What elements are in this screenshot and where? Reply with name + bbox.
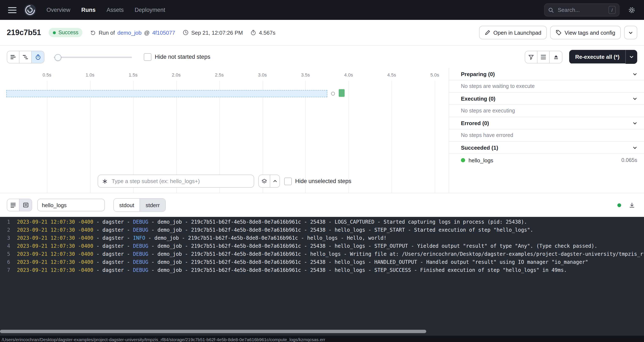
raw-log-view-button[interactable] xyxy=(20,199,32,211)
panel-empty-message: No steps are executing xyxy=(449,105,644,117)
rows-icon xyxy=(540,54,546,60)
pencil-icon xyxy=(484,30,490,36)
scrollbar-thumb[interactable] xyxy=(0,330,426,333)
scroll-to-top-button[interactable] xyxy=(550,51,562,63)
panel-step-row-hello-logs[interactable]: hello_logs 0.065s xyxy=(449,154,644,166)
gantt-toolbar: Hide not started steps xyxy=(0,46,644,68)
flat-view-icon xyxy=(10,54,16,60)
settings-gear-icon[interactable] xyxy=(626,4,637,16)
download-log-button[interactable] xyxy=(626,200,637,210)
global-search[interactable]: / xyxy=(544,4,620,16)
collapse-query-button[interactable] xyxy=(270,175,280,187)
log-step-filter-input[interactable] xyxy=(37,199,105,211)
status-dot-icon xyxy=(53,31,56,34)
panel-section-executing[interactable]: Executing (0) xyxy=(449,92,644,105)
graph-query-toggle-group xyxy=(258,174,280,188)
log-line-text: 2023-09-21 12:07:30 -0400 - dagster - DE… xyxy=(17,226,533,234)
log-line: 42023-09-21 12:07:30 -0400 - dagster - D… xyxy=(0,242,644,250)
log-line: 22023-09-21 12:07:30 -0400 - dagster - D… xyxy=(0,226,644,234)
waterfall-view-button[interactable] xyxy=(20,51,32,63)
panel-section-title: Succeeded (1) xyxy=(461,144,632,151)
panel-section-preparing[interactable]: Preparing (0) xyxy=(449,68,644,80)
rows-button[interactable] xyxy=(538,51,550,63)
status-dot-success xyxy=(461,158,465,162)
top-nav: Overview Runs Assets Deployment / xyxy=(0,0,644,20)
axis-gridline xyxy=(435,81,435,193)
at-separator: @ xyxy=(144,30,150,36)
step-name: hello_logs xyxy=(468,157,493,164)
axis-tick-label: 4.0s xyxy=(344,72,353,77)
hide-not-started-checkbox[interactable] xyxy=(144,53,152,61)
hide-not-started-label: Hide not started steps xyxy=(155,54,210,60)
panel-section-title: Errored (0) xyxy=(461,120,632,126)
horizontal-scrollbar[interactable] xyxy=(0,330,644,333)
panel-empty-message: No steps are waiting to execute xyxy=(449,80,644,92)
axis-tick-label: 3.0s xyxy=(258,72,267,77)
dagster-logo-icon[interactable] xyxy=(24,4,36,16)
step-subset-field[interactable] xyxy=(98,174,254,188)
document-icon xyxy=(22,202,28,208)
log-line-number: 7 xyxy=(0,266,10,274)
nav-assets[interactable]: Assets xyxy=(106,7,124,13)
job-name-link[interactable]: demo_job xyxy=(117,30,142,36)
panel-section-title: Executing (0) xyxy=(461,95,632,102)
nav-runs[interactable]: Runs xyxy=(82,7,96,13)
axis-gridline xyxy=(47,81,47,193)
log-line: 52023-09-21 12:07:30 -0400 - dagster - D… xyxy=(0,250,644,258)
chevron-down-icon xyxy=(632,121,637,125)
axis-tick-label: 2.5s xyxy=(215,72,224,77)
axis-tick-label: 0.5s xyxy=(42,72,52,77)
flat-view-button[interactable] xyxy=(7,51,20,63)
layers-button[interactable] xyxy=(259,175,270,187)
snapshot-id-link[interactable]: 4f105077 xyxy=(152,30,175,36)
run-status-panel: Preparing (0) No steps are waiting to ex… xyxy=(449,68,644,193)
hide-not-started-control: Hide not started steps xyxy=(144,53,210,61)
step-subset-input[interactable] xyxy=(111,178,250,185)
chevron-down-icon xyxy=(632,72,637,76)
run-timestamp-meta: Sep 21, 12:07:26 PM xyxy=(183,30,243,36)
axis-gridline xyxy=(392,81,392,193)
run-more-actions-button[interactable] xyxy=(624,26,637,39)
timed-view-button[interactable] xyxy=(32,51,44,63)
nav-overview[interactable]: Overview xyxy=(46,7,70,13)
slider-track[interactable] xyxy=(54,56,132,58)
tag-icon xyxy=(556,30,562,36)
panel-section-errored[interactable]: Errored (0) xyxy=(449,117,644,129)
open-in-launchpad-button[interactable]: Open in Launchpad xyxy=(479,26,547,39)
log-viewer[interactable]: 12023-09-21 12:07:30 -0400 - dagster - D… xyxy=(0,217,644,336)
gantt-zoom-slider[interactable] xyxy=(54,51,132,63)
hide-unselected-checkbox[interactable] xyxy=(284,177,292,185)
gantt-waiting-bar[interactable] xyxy=(6,90,327,97)
log-line-number: 3 xyxy=(0,234,10,242)
list-icon xyxy=(10,202,16,208)
reexecute-options-button[interactable] xyxy=(626,50,637,64)
slider-handle[interactable] xyxy=(54,54,61,61)
nav-deployment[interactable]: Deployment xyxy=(135,7,165,13)
history-icon xyxy=(90,30,96,36)
gantt-step-bar-hello-logs[interactable] xyxy=(339,89,344,97)
stdout-tab[interactable]: stdout xyxy=(114,199,140,211)
status-label: Success xyxy=(58,30,78,36)
structured-log-view-button[interactable] xyxy=(7,199,20,211)
log-line: 12023-09-21 12:07:30 -0400 - dagster - D… xyxy=(0,218,644,226)
log-line-number: 1 xyxy=(0,218,10,226)
search-shortcut-hint: / xyxy=(608,6,616,14)
log-line-text: 2023-09-21 12:07:30 -0400 - dagster - DE… xyxy=(17,250,644,258)
step-subset-controls: Hide unselected steps xyxy=(98,174,352,188)
log-line-text: 2023-09-21 12:07:30 -0400 - dagster - DE… xyxy=(17,266,567,274)
view-tags-config-label: View tags and config xyxy=(565,30,615,36)
stderr-tab[interactable]: stderr xyxy=(140,199,165,211)
log-line: 32023-09-21 12:07:30 -0400 - dagster - I… xyxy=(0,234,644,242)
axis-tick-label: 5.0s xyxy=(430,72,439,77)
reexecute-all-button[interactable]: Re-execute all (*) xyxy=(569,50,626,64)
menu-icon[interactable] xyxy=(7,4,18,16)
clock-icon xyxy=(183,30,188,36)
search-input[interactable] xyxy=(557,6,606,14)
dagster-app: Overview Runs Assets Deployment / 219c7b… xyxy=(0,0,644,342)
op-selector-icon xyxy=(102,178,108,184)
panel-section-succeeded[interactable]: Succeeded (1) xyxy=(449,142,644,154)
run-started-at: Sep 21, 12:07:26 PM xyxy=(191,30,243,36)
view-tags-config-button[interactable]: View tags and config xyxy=(550,26,621,39)
filter-button[interactable] xyxy=(525,51,538,63)
run-of-meta: Run of demo_job @ 4f105077 xyxy=(90,30,175,36)
